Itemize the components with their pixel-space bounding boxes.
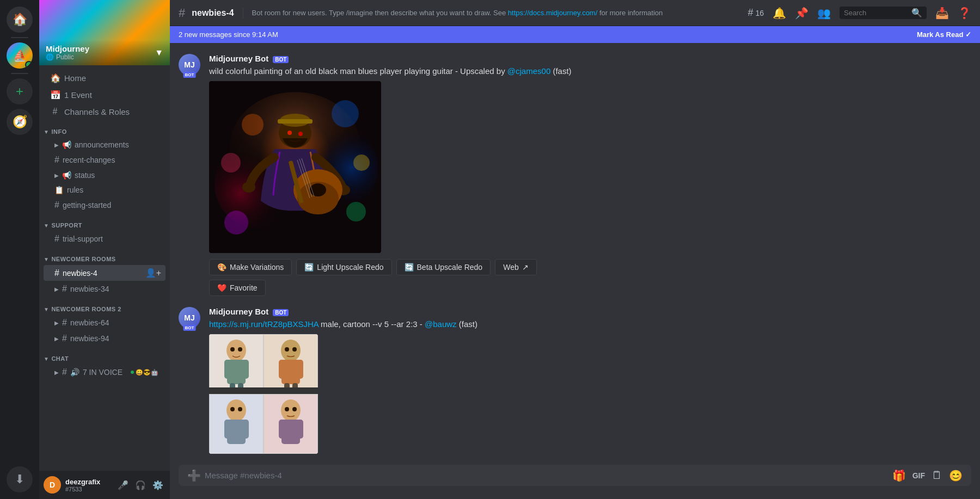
banner-text: 2 new messages since 9:14 AM <box>179 30 278 39</box>
gift-button[interactable]: 🎁 <box>892 469 906 482</box>
message-image-2[interactable] <box>209 334 318 454</box>
add-member-icon[interactable]: 👤+ <box>145 268 161 278</box>
announce-icon-2: 📢 <box>62 171 71 180</box>
mic-button[interactable]: 🎤 <box>115 477 131 492</box>
speed-2: (fast) <box>459 319 477 329</box>
channel-header: # newbies-4 Bot room for new users. Type… <box>170 0 980 26</box>
svg-point-19 <box>242 114 264 135</box>
category-newcomer-rooms-2[interactable]: ▼ NEWCOMER ROOMS 2 <box>39 297 170 315</box>
web-button[interactable]: Web ↗ <box>495 259 537 275</box>
svg-rect-7 <box>278 119 313 124</box>
speaker-icon: 🔊 <box>70 368 79 377</box>
bot-avatar-text-2: MJ <box>184 313 194 322</box>
sticker-button[interactable]: 🗒 <box>932 469 942 482</box>
main-content: # newbies-4 Bot room for new users. Type… <box>170 0 980 499</box>
channel-newbies-64[interactable]: ▶ # newbies-64 <box>44 315 166 330</box>
emoji-button[interactable]: 😊 <box>949 469 963 482</box>
gif-button[interactable]: GIF <box>912 471 925 480</box>
channel-getting-started[interactable]: # getting-started <box>44 198 166 213</box>
channels-roles-icon: # <box>50 107 60 116</box>
sidebar-item-event[interactable]: 📅 1 Event <box>44 87 166 103</box>
settings-button[interactable]: ⚙️ <box>150 477 166 492</box>
channel-newbies-4[interactable]: # newbies-4 👤+ <box>44 265 166 281</box>
category-support[interactable]: ▼ SUPPORT <box>39 213 170 231</box>
extra-buttons-1: ❤️ Favorite <box>209 280 971 296</box>
server-icon-home[interactable]: 🏠 <box>7 7 33 33</box>
message-input[interactable] <box>205 465 888 486</box>
svg-point-14 <box>310 183 326 196</box>
favorite-button[interactable]: ❤️ Favorite <box>209 280 266 296</box>
server-icon-midjourney[interactable]: ⛵ <box>7 42 33 69</box>
newbies-4-row: newbies-4 👤+ <box>63 268 161 278</box>
beta-upscale-redo-button[interactable]: 🔄 Beta Upscale Redo <box>396 259 491 275</box>
svg-point-31 <box>230 347 235 352</box>
channel-voice[interactable]: ▶ # 🔊 7 IN VOICE 😀😎🤖 <box>44 365 166 380</box>
member-count[interactable]: # 16 <box>748 7 764 19</box>
svg-point-21 <box>346 202 366 221</box>
channel-trial-support[interactable]: # trial-support <box>44 231 166 247</box>
avatar: MJ <box>179 54 200 76</box>
server-icon-download[interactable]: ⬇ <box>7 466 33 492</box>
svg-rect-27 <box>224 360 231 379</box>
channel-description: Bot room for new users. Type /imagine th… <box>252 9 742 17</box>
image-link[interactable]: https://s.mj.run/tRZ8pBXSJHA <box>209 319 318 329</box>
hash-icon-2: # <box>54 200 59 210</box>
svg-rect-36 <box>297 360 303 379</box>
hash-icon-4: # <box>54 268 59 278</box>
channel-newbies-94[interactable]: ▶ # newbies-94 <box>44 331 166 346</box>
cartoon-cell-3-wrapper <box>209 394 264 454</box>
pin-button[interactable]: 📌 <box>795 7 808 20</box>
svg-point-8 <box>287 131 292 135</box>
message-content-2: Midjourney Bot BOT https://s.mj.run/tRZ8… <box>209 307 971 455</box>
svg-point-9 <box>298 132 303 136</box>
server-divider <box>11 37 28 38</box>
search-input[interactable] <box>844 9 908 17</box>
sidebar-item-channels-roles[interactable]: # Channels & Roles <box>44 103 166 120</box>
server-icon-explore[interactable]: 🧭 <box>7 109 33 135</box>
server-icon-add[interactable]: + <box>7 78 33 104</box>
message-image-1[interactable] <box>209 81 381 253</box>
blues-player-svg <box>209 81 381 253</box>
input-right-icons: 🎁 GIF 🗒 😊 <box>892 469 963 482</box>
channel-status[interactable]: ▶ 📢 status <box>44 168 166 182</box>
message-header-2: Midjourney Bot BOT <box>209 307 971 316</box>
cartoon-figure-1 <box>216 337 257 391</box>
mark-as-read-button[interactable]: Mark As Read ✓ <box>917 30 971 39</box>
category-newcomer-rooms[interactable]: ▼ NEWCOMER ROOMS <box>39 247 170 264</box>
sidebar-item-home[interactable]: 🏠 Home <box>44 70 166 87</box>
notification-bell-button[interactable]: 🔔 <box>773 7 786 20</box>
light-upscale-redo-button[interactable]: 🔄 Light Upscale Redo <box>296 259 391 275</box>
sidebar-footer: D deezgrafix #7533 🎤 🎧 ⚙️ <box>39 471 170 499</box>
headset-button[interactable]: 🎧 <box>133 477 148 492</box>
channel-status-arrow-icon: ▶ <box>54 173 59 178</box>
help-button[interactable]: ❓ <box>958 7 971 20</box>
sidebar: Midjourney 🌐 Public ▼ 🏠 Home 📅 1 Event #… <box>39 0 170 499</box>
online-indicator <box>25 61 33 69</box>
channel-announcements[interactable]: ▶ 📢 announcements <box>44 138 166 152</box>
header-icons: # 16 🔔 📌 👥 🔍 📥 ❓ <box>748 7 971 20</box>
member-list-button[interactable]: 👥 <box>817 7 831 20</box>
make-variations-button[interactable]: 🎨 Make Variations <box>209 259 292 275</box>
inbox-button[interactable]: 📥 <box>935 7 949 20</box>
category-info[interactable]: ▼ INFO <box>39 120 170 137</box>
channel-rules[interactable]: 📋 rules <box>44 183 166 197</box>
svg-rect-50 <box>297 420 303 439</box>
add-file-button[interactable]: ➕ <box>187 469 200 482</box>
home-sidebar-icon: 🏠 <box>50 73 60 83</box>
plus-circle-icon: ➕ <box>187 469 201 482</box>
globe-icon: 🌐 <box>46 53 54 61</box>
channel-doc-link[interactable]: https://docs.midjourney.com/ <box>508 9 598 17</box>
user-avatar: D <box>44 476 61 494</box>
chevron-down-icon: ▼ <box>155 48 163 58</box>
external-link-icon: ↗ <box>522 263 529 272</box>
category-chat[interactable]: ▼ CHAT <box>39 347 170 364</box>
server-banner[interactable]: Midjourney 🌐 Public ▼ <box>39 0 170 65</box>
channel-newbies-34[interactable]: ▶ # newbies-34 <box>44 281 166 297</box>
search-box[interactable]: 🔍 <box>840 7 927 19</box>
event-icon: 📅 <box>50 90 60 100</box>
message-header-1: Midjourney Bot BOT <box>209 54 971 63</box>
svg-rect-35 <box>279 360 285 379</box>
channel-recent-changes[interactable]: # recent-changes <box>44 152 166 168</box>
announce-icon: 📢 <box>62 140 71 149</box>
newbies-64-arrow-icon: ▶ <box>54 320 59 326</box>
